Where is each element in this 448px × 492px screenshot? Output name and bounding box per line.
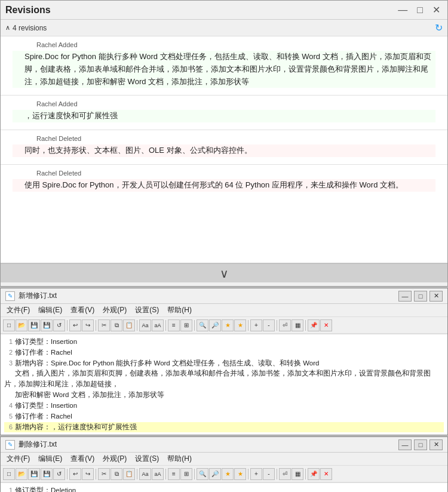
notepad2-toolbar: □ 📂 💾 💾 ↺ ↩ ↪ ✂ ⧉ 📋 Aa aA ≡ ⊞ 🔍 🔎 ★ ★ + … bbox=[1, 466, 447, 482]
tb-new-btn[interactable]: □ bbox=[3, 319, 15, 331]
tb2-reload-btn[interactable]: ↺ bbox=[53, 468, 65, 480]
tb2-find-btn[interactable]: 🔎 bbox=[209, 468, 221, 480]
notepad2-content[interactable]: 1修订类型：Deletion 2修订作者：Rachel 3删除内容：同时，也支持… bbox=[1, 482, 447, 492]
tb2-sep-3 bbox=[137, 469, 137, 479]
tb-search-btn[interactable]: 🔍 bbox=[197, 319, 208, 331]
tb2-sep-7 bbox=[277, 469, 277, 479]
tb-close-btn[interactable]: ✕ bbox=[320, 319, 332, 331]
revision-block-1: Rachel Added Spire.Doc for Python 能执行多种 … bbox=[1, 36, 447, 95]
tb2-wrap-btn[interactable]: ⏎ bbox=[279, 468, 291, 480]
tb2-search-btn[interactable]: 🔍 bbox=[197, 468, 208, 480]
tb-open-btn[interactable]: 📂 bbox=[16, 319, 27, 331]
notepad1-menu-edit[interactable]: 编辑(E) bbox=[35, 305, 66, 316]
revision-text-2: ，运行速度快和可扩展性强 bbox=[13, 110, 435, 122]
tb2-star-btn[interactable]: ★ bbox=[222, 468, 234, 480]
notepad1-content[interactable]: 1修订类型：Insertion 2修订作者：Rachel 3新增内容：Spire… bbox=[1, 334, 447, 435]
chevron-down-icon: ∨ bbox=[220, 266, 229, 281]
tb2-pin-btn[interactable]: 📌 bbox=[308, 468, 320, 480]
notepad1-menu-file[interactable]: 文件(F) bbox=[3, 305, 33, 316]
tb2-close-btn[interactable]: ✕ bbox=[320, 468, 332, 480]
tb2-cut-btn[interactable]: ✂ bbox=[98, 468, 110, 480]
tb2-format-btn[interactable]: ⊞ bbox=[180, 468, 192, 480]
notepad2-menu-appearance[interactable]: 外观(P) bbox=[99, 453, 130, 465]
tb2-redo-btn[interactable]: ↪ bbox=[82, 468, 94, 480]
tb2-sep-1 bbox=[67, 469, 67, 479]
chevron-up-icon[interactable]: ∧ bbox=[5, 24, 10, 32]
notepad2-close-btn[interactable]: ✕ bbox=[429, 439, 443, 450]
refresh-icon[interactable]: ↻ bbox=[435, 22, 443, 33]
notepad1-line-6: 6新增内容：，运行速度快和可扩展性强 bbox=[4, 422, 444, 433]
tb2-saveas-btn[interactable]: 💾 bbox=[41, 468, 53, 480]
tb2-copy-btn[interactable]: ⧉ bbox=[111, 468, 122, 480]
tb-star2-btn[interactable]: ★ bbox=[234, 319, 246, 331]
chevron-down-bar[interactable]: ∨ bbox=[1, 263, 447, 282]
notepad2-menu-settings[interactable]: 设置(S) bbox=[131, 453, 162, 465]
tb2-star2-btn[interactable]: ★ bbox=[234, 468, 246, 480]
tb-paste-btn[interactable]: 📋 bbox=[123, 319, 135, 331]
tb-star-btn[interactable]: ★ bbox=[222, 319, 234, 331]
notepad2-maximize-btn[interactable]: □ bbox=[414, 439, 427, 450]
titlebar-controls: — □ ✕ bbox=[395, 3, 443, 17]
revision-text-1: Spire.Doc for Python 能执行多种 Word 文档处理任务，包… bbox=[13, 51, 435, 88]
tb-saveas-btn[interactable]: 💾 bbox=[41, 319, 53, 331]
tb-zoom-in-btn[interactable]: + bbox=[250, 319, 262, 331]
notepad1-menu-settings[interactable]: 设置(S) bbox=[131, 305, 162, 316]
notepad1-maximize-btn[interactable]: □ bbox=[414, 291, 427, 302]
notepad1-close-btn[interactable]: ✕ bbox=[429, 291, 443, 302]
revision-block-2: Rachel Added ，运行速度快和可扩展性强 bbox=[1, 96, 447, 130]
minimize-icon[interactable]: — bbox=[395, 4, 410, 17]
tb-cols-btn[interactable]: ▦ bbox=[291, 319, 303, 331]
notepad2-menu-edit[interactable]: 编辑(E) bbox=[35, 453, 66, 465]
maximize-icon[interactable]: □ bbox=[415, 4, 425, 17]
notepad2-menu-view[interactable]: 查看(V) bbox=[67, 453, 98, 465]
tb2-save-btn[interactable]: 💾 bbox=[28, 468, 40, 480]
tb-cut-btn[interactable]: ✂ bbox=[98, 319, 110, 331]
notepad2-menu-help[interactable]: 帮助(H) bbox=[164, 453, 195, 465]
notepad2-menu-file[interactable]: 文件(F) bbox=[3, 453, 33, 465]
tb-reload-btn[interactable]: ↺ bbox=[53, 319, 65, 331]
tb2-undo-btn[interactable]: ↩ bbox=[69, 468, 81, 480]
tb-redo-btn[interactable]: ↪ bbox=[82, 319, 94, 331]
tb2-sep-2 bbox=[96, 469, 96, 479]
tb-case-btn[interactable]: aA bbox=[152, 319, 164, 331]
close-icon[interactable]: ✕ bbox=[430, 3, 443, 17]
tb2-zoom-in-btn[interactable]: + bbox=[250, 468, 262, 480]
tb2-indent-btn[interactable]: ≡ bbox=[168, 468, 180, 480]
tb2-paste-btn[interactable]: 📋 bbox=[123, 468, 135, 480]
revisions-titlebar: Revisions — □ ✕ bbox=[1, 1, 447, 20]
tb2-cols-btn[interactable]: ▦ bbox=[291, 468, 303, 480]
notepad1-menubar: 文件(F) 编辑(E) 查看(V) 外观(P) 设置(S) 帮助(H) bbox=[1, 304, 447, 317]
revision-author-3: Rachel Deleted bbox=[13, 135, 435, 142]
notepad1-icon: ✎ bbox=[5, 291, 15, 301]
tb2-case-btn[interactable]: aA bbox=[152, 468, 164, 480]
tb-save-btn[interactable]: 💾 bbox=[28, 319, 40, 331]
tb-zoom-out-btn[interactable]: - bbox=[263, 319, 275, 331]
notepad1-menu-view[interactable]: 查看(V) bbox=[67, 305, 98, 316]
tb-find-btn[interactable]: 🔎 bbox=[209, 319, 221, 331]
revisions-count: ∧ 4 revisions bbox=[5, 24, 47, 32]
notepad1-minimize-btn[interactable]: — bbox=[398, 291, 412, 302]
tb-indent-btn[interactable]: ≡ bbox=[168, 319, 180, 331]
tb-font-btn[interactable]: Aa bbox=[139, 319, 151, 331]
notepad2-minimize-btn[interactable]: — bbox=[398, 439, 412, 450]
tb-copy-btn[interactable]: ⧉ bbox=[111, 319, 122, 331]
tb-wrap-btn[interactable]: ⏎ bbox=[279, 319, 291, 331]
tb2-sep-4 bbox=[165, 469, 166, 479]
notepad2-menubar: 文件(F) 编辑(E) 查看(V) 外观(P) 设置(S) 帮助(H) bbox=[1, 453, 447, 466]
tb2-open-btn[interactable]: 📂 bbox=[16, 468, 27, 480]
tb2-zoom-out-btn[interactable]: - bbox=[263, 468, 275, 480]
notepad1-menu-appearance[interactable]: 外观(P) bbox=[99, 305, 130, 316]
tb-pin-btn[interactable]: 📌 bbox=[308, 319, 320, 331]
revision-text-4: 使用 Spire.Doc for Python，开发人员可以创建任何形式的 64… bbox=[13, 179, 435, 192]
tb2-font-btn[interactable]: Aa bbox=[139, 468, 151, 480]
tb-undo-btn[interactable]: ↩ bbox=[69, 319, 81, 331]
notepad1-line-3b: 文档，插入图片，添加页眉和页脚，创建表格，添加表单域和邮件合并域，添加书签，添加… bbox=[4, 368, 444, 390]
tb2-sep-5 bbox=[194, 469, 195, 479]
tb2-new-btn[interactable]: □ bbox=[3, 468, 15, 480]
revisions-panel: Revisions — □ ✕ ∧ 4 revisions ↻ Rachel A… bbox=[0, 0, 448, 287]
notepad2-icon: ✎ bbox=[5, 440, 15, 450]
tb-format-btn[interactable]: ⊞ bbox=[180, 319, 192, 331]
notepad2-line-1: 1修订类型：Deletion bbox=[4, 485, 444, 492]
notepad1-menu-help[interactable]: 帮助(H) bbox=[164, 305, 195, 316]
notepad2-title-left: ✎ 删除修订.txt bbox=[5, 439, 57, 450]
